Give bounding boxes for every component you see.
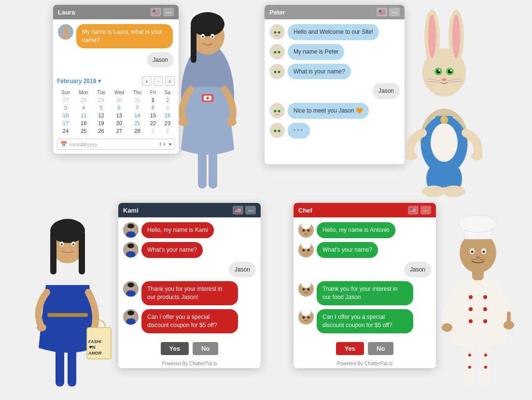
cal-day[interactable]: 27 — [110, 127, 129, 135]
cal-day[interactable]: 7 — [129, 104, 146, 112]
kami-yes-button[interactable]: Yes — [161, 342, 189, 355]
chef-messages: Hello, my name is Antonio What's your na… — [294, 217, 436, 338]
chef-flag-btn[interactable]: 🇺🇸 — [408, 206, 419, 214]
cal-day[interactable]: 20 — [110, 119, 129, 127]
calendar-date-input[interactable]: 📅 mm/dd/yyyy ⬆⬇ ▾ — [57, 139, 175, 150]
svg-point-98 — [126, 231, 136, 238]
cal-day[interactable]: 8 — [146, 104, 160, 112]
svg-point-87 — [71, 242, 75, 246]
svg-point-86 — [60, 242, 64, 246]
cal-day[interactable]: 12 — [93, 112, 109, 119]
cal-day[interactable]: 5 — [93, 104, 109, 112]
cal-day[interactable]: 9 — [160, 104, 175, 112]
cal-day[interactable]: 27 — [57, 96, 74, 104]
cal-day[interactable]: 14 — [129, 112, 146, 119]
svg-rect-84 — [50, 231, 56, 274]
svg-point-112 — [303, 229, 305, 232]
svg-point-60 — [452, 14, 460, 58]
cal-prev-btn[interactable]: ‹ — [142, 76, 152, 86]
svg-point-64 — [448, 70, 452, 73]
cal-day[interactable]: 19 — [93, 119, 109, 127]
cal-day[interactable]: 16 — [160, 112, 175, 119]
svg-point-52 — [420, 109, 468, 171]
cal-day[interactable]: 11 — [74, 112, 93, 119]
calendar-nav: February 2019 ▾ ‹ · › — [57, 76, 175, 86]
svg-point-127 — [303, 316, 305, 318]
cal-day[interactable]: 2 — [160, 127, 175, 135]
svg-point-58 — [428, 14, 436, 58]
cal-day[interactable]: 1 — [146, 127, 160, 135]
cal-day[interactable]: 1 — [146, 96, 160, 104]
cal-day[interactable]: 4 — [74, 104, 93, 112]
svg-rect-14 — [202, 94, 213, 102]
laura-bubble-1: My name is Laura, what is your name? — [76, 24, 173, 48]
kami-minimize-btn[interactable]: — — [245, 206, 256, 214]
chef-action-buttons: Yes No — [294, 338, 436, 359]
peter-bubble-1: Hello and Welcome to our Site! — [288, 24, 379, 40]
svg-point-38 — [270, 104, 284, 117]
cal-day[interactable]: 28 — [74, 96, 93, 104]
cal-today-btn[interactable]: · — [154, 76, 163, 86]
cal-day[interactable]: 10 — [57, 112, 74, 119]
kami-title: Kami — [123, 207, 139, 214]
chef-msg-user: Jason — [298, 262, 431, 278]
kami-no-button[interactable]: No — [193, 342, 218, 355]
kami-msg-user: Jason — [123, 262, 256, 278]
chef-avatar-4 — [298, 309, 314, 325]
chef-bubble-2: What's your name? — [317, 242, 378, 258]
chef-no-button[interactable]: No — [368, 342, 393, 355]
svg-point-16 — [206, 97, 209, 100]
peter-minimize-btn[interactable]: — — [389, 8, 400, 16]
cal-day[interactable]: 17 — [57, 119, 74, 127]
cal-day[interactable]: 25 — [74, 127, 93, 135]
svg-point-133 — [468, 366, 471, 369]
cal-day[interactable]: 23 — [160, 119, 175, 127]
cal-day[interactable]: 28 — [129, 127, 146, 135]
laura-flag-btn[interactable]: 🇺🇸 — [151, 8, 161, 16]
cal-day[interactable]: 31 — [129, 96, 146, 104]
svg-point-22 — [275, 32, 276, 33]
kami-flag-btn[interactable]: 🇺🇸 — [233, 206, 243, 214]
chef-title: Chef — [298, 207, 312, 214]
cal-day[interactable]: 2 — [160, 96, 175, 104]
svg-point-73 — [471, 152, 483, 160]
svg-text:FASHI: FASHI — [88, 339, 101, 344]
svg-point-40 — [278, 104, 281, 110]
date-dropdown[interactable]: ▾ — [169, 142, 171, 147]
cal-day[interactable]: 21 — [129, 119, 146, 127]
laura-minimize-btn[interactable]: — — [163, 8, 174, 16]
peter-bubble-4: Nice to meet you Jason 🧡 — [288, 103, 369, 119]
cal-day[interactable]: 22 — [146, 119, 160, 127]
cal-day[interactable]: 26 — [93, 127, 109, 135]
svg-rect-13 — [209, 150, 217, 188]
cal-day[interactable]: 18 — [74, 119, 93, 127]
peter-flag-btn[interactable]: 🇺🇸 — [377, 8, 387, 16]
kami-bubble-2: What's your name? — [141, 242, 203, 258]
cal-day[interactable]: 3 — [57, 104, 74, 112]
svg-point-7 — [210, 34, 214, 39]
svg-line-69 — [427, 81, 440, 82]
laura-chat-window: Laura 🇺🇸 — My name is Laura, what is you… — [53, 5, 179, 154]
svg-point-113 — [308, 229, 310, 232]
date-spinner[interactable]: ⬆⬇ — [158, 142, 166, 147]
cal-day[interactable]: 24 — [57, 127, 74, 135]
cal-day[interactable]: 6 — [110, 104, 129, 112]
cal-day[interactable]: 30 — [110, 96, 129, 104]
svg-point-59 — [448, 10, 464, 63]
cal-day[interactable]: 15 — [146, 112, 160, 119]
svg-point-32 — [273, 65, 277, 71]
svg-point-29 — [275, 51, 276, 53]
svg-rect-130 — [480, 343, 491, 386]
cal-day[interactable]: 13 — [110, 112, 129, 119]
svg-point-128 — [308, 316, 310, 318]
svg-point-89 — [72, 243, 74, 245]
chef-yes-button[interactable]: Yes — [336, 342, 364, 355]
chef-user-bubble: Jason — [404, 262, 431, 278]
chef-minimize-btn[interactable]: — — [420, 206, 431, 214]
cal-day[interactable]: 29 — [93, 96, 109, 104]
svg-point-61 — [434, 68, 442, 75]
peter-avatar-5 — [269, 123, 285, 138]
cal-next-btn[interactable]: › — [165, 76, 175, 86]
svg-point-140 — [483, 319, 487, 323]
svg-point-118 — [308, 249, 310, 251]
